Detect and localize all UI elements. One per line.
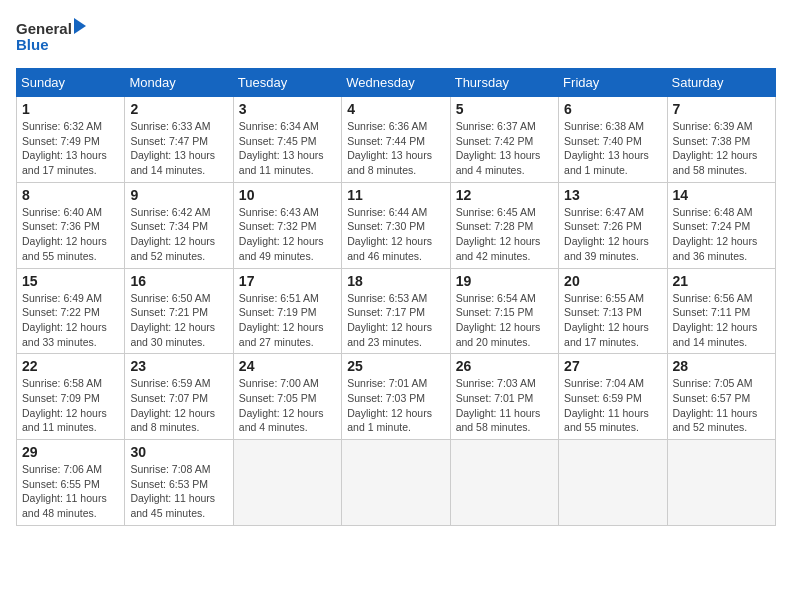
calendar-day-cell: 22Sunrise: 6:58 AM Sunset: 7:09 PM Dayli…: [17, 354, 125, 440]
day-number: 13: [564, 187, 661, 203]
calendar-day-cell: 13Sunrise: 6:47 AM Sunset: 7:26 PM Dayli…: [559, 182, 667, 268]
calendar-day-cell: 26Sunrise: 7:03 AM Sunset: 7:01 PM Dayli…: [450, 354, 558, 440]
weekday-header: Friday: [559, 69, 667, 97]
calendar-day-cell: 24Sunrise: 7:00 AM Sunset: 7:05 PM Dayli…: [233, 354, 341, 440]
calendar-table: SundayMondayTuesdayWednesdayThursdayFrid…: [16, 68, 776, 526]
calendar-day-cell: 15Sunrise: 6:49 AM Sunset: 7:22 PM Dayli…: [17, 268, 125, 354]
calendar-day-cell: 30Sunrise: 7:08 AM Sunset: 6:53 PM Dayli…: [125, 440, 233, 526]
calendar-day-cell: 20Sunrise: 6:55 AM Sunset: 7:13 PM Dayli…: [559, 268, 667, 354]
svg-text:General: General: [16, 20, 72, 37]
day-number: 22: [22, 358, 119, 374]
day-info: Sunrise: 6:43 AM Sunset: 7:32 PM Dayligh…: [239, 205, 336, 264]
calendar-day-cell: 2Sunrise: 6:33 AM Sunset: 7:47 PM Daylig…: [125, 97, 233, 183]
calendar-day-cell: 14Sunrise: 6:48 AM Sunset: 7:24 PM Dayli…: [667, 182, 775, 268]
weekday-header: Monday: [125, 69, 233, 97]
weekday-header: Saturday: [667, 69, 775, 97]
day-number: 15: [22, 273, 119, 289]
page-header: General Blue: [16, 16, 776, 56]
day-info: Sunrise: 6:33 AM Sunset: 7:47 PM Dayligh…: [130, 119, 227, 178]
svg-text:Blue: Blue: [16, 36, 49, 53]
day-info: Sunrise: 6:49 AM Sunset: 7:22 PM Dayligh…: [22, 291, 119, 350]
day-number: 16: [130, 273, 227, 289]
day-number: 23: [130, 358, 227, 374]
day-info: Sunrise: 7:05 AM Sunset: 6:57 PM Dayligh…: [673, 376, 770, 435]
empty-cell: [667, 440, 775, 526]
day-number: 11: [347, 187, 444, 203]
day-info: Sunrise: 6:56 AM Sunset: 7:11 PM Dayligh…: [673, 291, 770, 350]
day-number: 6: [564, 101, 661, 117]
calendar-day-cell: 19Sunrise: 6:54 AM Sunset: 7:15 PM Dayli…: [450, 268, 558, 354]
calendar-day-cell: 8Sunrise: 6:40 AM Sunset: 7:36 PM Daylig…: [17, 182, 125, 268]
day-info: Sunrise: 6:50 AM Sunset: 7:21 PM Dayligh…: [130, 291, 227, 350]
day-info: Sunrise: 6:39 AM Sunset: 7:38 PM Dayligh…: [673, 119, 770, 178]
empty-cell: [450, 440, 558, 526]
calendar-day-cell: 17Sunrise: 6:51 AM Sunset: 7:19 PM Dayli…: [233, 268, 341, 354]
day-info: Sunrise: 7:03 AM Sunset: 7:01 PM Dayligh…: [456, 376, 553, 435]
calendar-week-row: 29Sunrise: 7:06 AM Sunset: 6:55 PM Dayli…: [17, 440, 776, 526]
empty-cell: [559, 440, 667, 526]
calendar-day-cell: 5Sunrise: 6:37 AM Sunset: 7:42 PM Daylig…: [450, 97, 558, 183]
day-info: Sunrise: 7:08 AM Sunset: 6:53 PM Dayligh…: [130, 462, 227, 521]
empty-cell: [342, 440, 450, 526]
calendar-day-cell: 25Sunrise: 7:01 AM Sunset: 7:03 PM Dayli…: [342, 354, 450, 440]
weekday-header: Thursday: [450, 69, 558, 97]
day-info: Sunrise: 6:51 AM Sunset: 7:19 PM Dayligh…: [239, 291, 336, 350]
day-info: Sunrise: 6:32 AM Sunset: 7:49 PM Dayligh…: [22, 119, 119, 178]
day-number: 26: [456, 358, 553, 374]
day-info: Sunrise: 7:06 AM Sunset: 6:55 PM Dayligh…: [22, 462, 119, 521]
calendar-day-cell: 29Sunrise: 7:06 AM Sunset: 6:55 PM Dayli…: [17, 440, 125, 526]
calendar-day-cell: 4Sunrise: 6:36 AM Sunset: 7:44 PM Daylig…: [342, 97, 450, 183]
weekday-header: Sunday: [17, 69, 125, 97]
day-number: 1: [22, 101, 119, 117]
logo: General Blue: [16, 16, 86, 56]
day-info: Sunrise: 6:47 AM Sunset: 7:26 PM Dayligh…: [564, 205, 661, 264]
day-number: 8: [22, 187, 119, 203]
day-info: Sunrise: 6:42 AM Sunset: 7:34 PM Dayligh…: [130, 205, 227, 264]
day-number: 27: [564, 358, 661, 374]
day-number: 17: [239, 273, 336, 289]
logo-icon: General Blue: [16, 16, 86, 56]
day-info: Sunrise: 6:53 AM Sunset: 7:17 PM Dayligh…: [347, 291, 444, 350]
empty-cell: [233, 440, 341, 526]
calendar-day-cell: 6Sunrise: 6:38 AM Sunset: 7:40 PM Daylig…: [559, 97, 667, 183]
calendar-day-cell: 18Sunrise: 6:53 AM Sunset: 7:17 PM Dayli…: [342, 268, 450, 354]
day-number: 9: [130, 187, 227, 203]
day-info: Sunrise: 7:00 AM Sunset: 7:05 PM Dayligh…: [239, 376, 336, 435]
day-number: 5: [456, 101, 553, 117]
day-number: 25: [347, 358, 444, 374]
weekday-header: Wednesday: [342, 69, 450, 97]
day-info: Sunrise: 6:54 AM Sunset: 7:15 PM Dayligh…: [456, 291, 553, 350]
day-number: 4: [347, 101, 444, 117]
day-info: Sunrise: 7:01 AM Sunset: 7:03 PM Dayligh…: [347, 376, 444, 435]
day-number: 18: [347, 273, 444, 289]
day-number: 24: [239, 358, 336, 374]
day-info: Sunrise: 6:58 AM Sunset: 7:09 PM Dayligh…: [22, 376, 119, 435]
calendar-day-cell: 12Sunrise: 6:45 AM Sunset: 7:28 PM Dayli…: [450, 182, 558, 268]
day-number: 28: [673, 358, 770, 374]
calendar-week-row: 15Sunrise: 6:49 AM Sunset: 7:22 PM Dayli…: [17, 268, 776, 354]
day-number: 3: [239, 101, 336, 117]
day-number: 20: [564, 273, 661, 289]
calendar-day-cell: 28Sunrise: 7:05 AM Sunset: 6:57 PM Dayli…: [667, 354, 775, 440]
calendar-day-cell: 9Sunrise: 6:42 AM Sunset: 7:34 PM Daylig…: [125, 182, 233, 268]
calendar-week-row: 8Sunrise: 6:40 AM Sunset: 7:36 PM Daylig…: [17, 182, 776, 268]
day-number: 21: [673, 273, 770, 289]
weekday-header: Tuesday: [233, 69, 341, 97]
calendar-day-cell: 16Sunrise: 6:50 AM Sunset: 7:21 PM Dayli…: [125, 268, 233, 354]
day-number: 12: [456, 187, 553, 203]
day-info: Sunrise: 6:36 AM Sunset: 7:44 PM Dayligh…: [347, 119, 444, 178]
calendar-day-cell: 10Sunrise: 6:43 AM Sunset: 7:32 PM Dayli…: [233, 182, 341, 268]
day-info: Sunrise: 7:04 AM Sunset: 6:59 PM Dayligh…: [564, 376, 661, 435]
calendar-header-row: SundayMondayTuesdayWednesdayThursdayFrid…: [17, 69, 776, 97]
calendar-week-row: 22Sunrise: 6:58 AM Sunset: 7:09 PM Dayli…: [17, 354, 776, 440]
day-number: 29: [22, 444, 119, 460]
day-info: Sunrise: 6:45 AM Sunset: 7:28 PM Dayligh…: [456, 205, 553, 264]
calendar-day-cell: 23Sunrise: 6:59 AM Sunset: 7:07 PM Dayli…: [125, 354, 233, 440]
day-info: Sunrise: 6:40 AM Sunset: 7:36 PM Dayligh…: [22, 205, 119, 264]
day-info: Sunrise: 6:59 AM Sunset: 7:07 PM Dayligh…: [130, 376, 227, 435]
day-number: 10: [239, 187, 336, 203]
day-number: 19: [456, 273, 553, 289]
day-info: Sunrise: 6:55 AM Sunset: 7:13 PM Dayligh…: [564, 291, 661, 350]
calendar-day-cell: 3Sunrise: 6:34 AM Sunset: 7:45 PM Daylig…: [233, 97, 341, 183]
day-info: Sunrise: 6:44 AM Sunset: 7:30 PM Dayligh…: [347, 205, 444, 264]
